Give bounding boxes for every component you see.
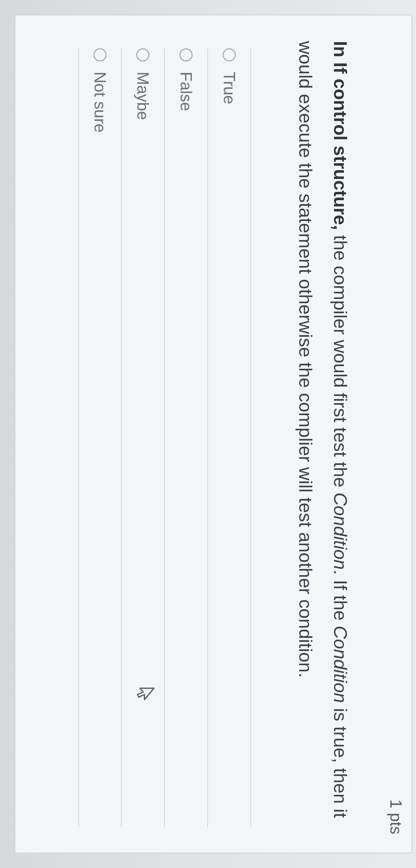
question-em1: Condition xyxy=(330,493,350,570)
option-true[interactable]: True xyxy=(208,48,251,827)
radio-icon[interactable] xyxy=(136,48,149,61)
question-part2: . If the xyxy=(330,570,350,626)
option-label: True xyxy=(220,72,238,104)
question-bold-lead: In If control structure, xyxy=(330,41,350,230)
radio-icon[interactable] xyxy=(223,48,236,61)
question-header: 1 pts xyxy=(387,15,412,853)
options-list: True False Maybe Not sure xyxy=(78,15,273,853)
option-label: False xyxy=(177,72,195,111)
radio-icon[interactable] xyxy=(93,48,107,61)
question-card: 1 pts In If control structure, the compi… xyxy=(15,15,412,853)
points-label: 1 pts xyxy=(387,800,405,834)
option-maybe[interactable]: Maybe xyxy=(122,48,165,827)
question-text: In If control structure, the compiler wo… xyxy=(273,15,387,853)
question-em2: Condition xyxy=(330,626,350,703)
option-not-sure[interactable]: Not sure xyxy=(78,48,122,827)
radio-icon[interactable] xyxy=(179,48,193,61)
option-label: Not sure xyxy=(91,72,109,132)
question-part1: the compiler would first test the xyxy=(330,230,350,493)
rotated-page: 1 pts In If control structure, the compi… xyxy=(0,0,416,868)
option-label: Maybe xyxy=(134,72,152,120)
option-false[interactable]: False xyxy=(165,48,208,827)
